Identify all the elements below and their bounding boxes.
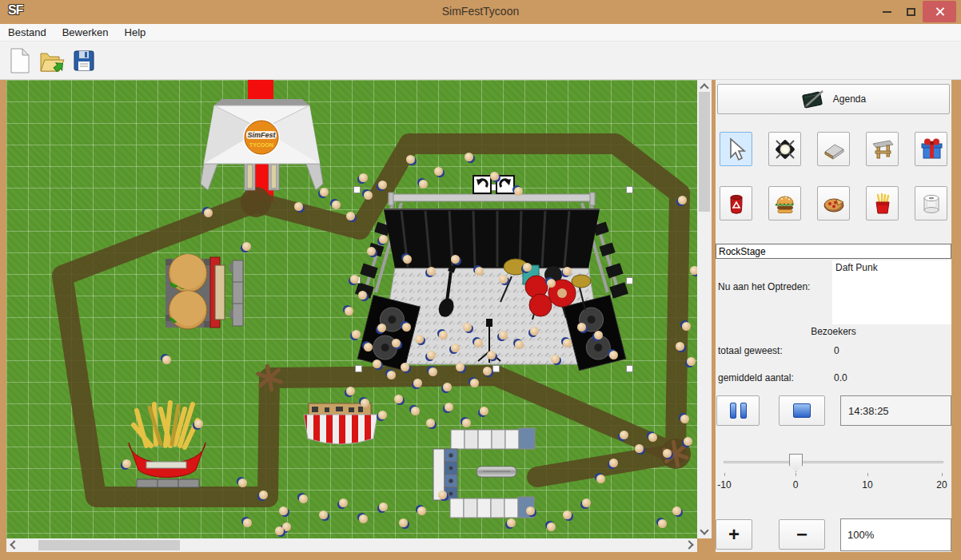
maximize-button[interactable]: [899, 0, 923, 24]
visitor: [392, 339, 401, 348]
horizontal-scroll-thumb[interactable]: [38, 540, 180, 550]
tool-cursor[interactable]: [720, 132, 752, 166]
visitor: [594, 331, 603, 340]
tool-burger[interactable]: [768, 186, 801, 220]
visitor: [609, 351, 618, 359]
visitor: [294, 202, 303, 211]
scroll-left-icon[interactable]: [10, 540, 18, 549]
new-file-button[interactable]: [6, 46, 34, 75]
visitor: [439, 331, 448, 340]
visitor: [339, 498, 348, 507]
visitor: [242, 242, 251, 251]
save-file-button[interactable]: [70, 46, 98, 75]
visitor: [377, 324, 386, 332]
visitor: [162, 355, 171, 364]
tool-stage-frame[interactable]: [866, 132, 899, 166]
visitor: [426, 419, 435, 427]
visitor: [451, 344, 460, 352]
speed-slider-track[interactable]: [724, 461, 943, 463]
title-bar: SF SimFestTycoon: [0, 0, 961, 24]
menu-help[interactable]: Help: [117, 25, 154, 40]
visitor: [680, 415, 689, 423]
visitor: [523, 263, 532, 272]
pause-button[interactable]: [716, 395, 760, 426]
visitor: [507, 518, 516, 527]
visitor: [490, 172, 499, 181]
visitor: [547, 522, 556, 531]
horizontal-scrollbar[interactable]: [6, 538, 697, 552]
zoom-in-button[interactable]: +: [716, 519, 752, 550]
visitor: [451, 255, 460, 264]
minimize-button[interactable]: [875, 0, 899, 24]
visitor: [465, 153, 473, 161]
visitor: [346, 387, 355, 395]
pizza-tool-icon: [822, 192, 846, 216]
visitor: [419, 180, 428, 189]
scroll-right-icon[interactable]: [684, 540, 693, 549]
side-panel: Agenda: [716, 80, 951, 552]
visitor: [379, 235, 388, 244]
zoom-out-button[interactable]: −: [779, 519, 825, 550]
scroll-up-icon[interactable]: [700, 83, 708, 92]
visitor: [387, 371, 396, 379]
toolbar: [0, 42, 961, 80]
visitor: [443, 383, 452, 391]
slider-tick-20: 20: [930, 479, 954, 490]
trashcan-tool-icon: [724, 192, 748, 216]
stop-button[interactable]: [779, 395, 825, 426]
festival-map-canvas[interactable]: SimFest TYCOON: [6, 80, 697, 538]
maximize-icon: [907, 8, 915, 16]
tool-toilet-paper[interactable]: [915, 186, 947, 220]
visitor: [359, 514, 368, 523]
visitor: [122, 459, 131, 468]
agenda-button[interactable]: Agenda: [717, 84, 950, 114]
slider-tick-0: 0: [784, 479, 807, 490]
visitor: [345, 307, 353, 316]
visitor: [427, 351, 436, 359]
visitor: [470, 379, 479, 387]
visitor: [563, 267, 572, 276]
tool-pizza[interactable]: [817, 186, 850, 220]
menu-bewerken[interactable]: Bewerken: [54, 25, 117, 40]
people-layer: [6, 80, 697, 538]
visitor: [620, 431, 628, 439]
visitor: [352, 330, 361, 339]
vertical-scroll-thumb[interactable]: [699, 92, 710, 212]
visitor: [456, 363, 465, 371]
clock-display: 14:38:25: [840, 395, 951, 426]
visitor: [582, 498, 591, 507]
open-file-button[interactable]: [38, 46, 66, 75]
pause-icon: [730, 403, 747, 419]
slider-tick-minus10: -10: [712, 479, 736, 490]
menu-bestand[interactable]: Bestand: [0, 25, 54, 40]
visitor: [243, 518, 252, 527]
clock-value: 14:38:25: [848, 405, 889, 417]
visitor: [279, 506, 288, 515]
visitor: [596, 475, 605, 483]
tool-gift[interactable]: [915, 132, 947, 166]
open-file-icon: [38, 48, 66, 73]
tool-spotlight[interactable]: [768, 132, 801, 166]
vertical-scrollbar[interactable]: [697, 80, 712, 538]
visitor: [378, 411, 387, 419]
visitor: [563, 339, 572, 348]
scroll-down-icon[interactable]: [700, 526, 708, 534]
visitor: [415, 335, 424, 344]
visitor: [463, 323, 472, 332]
stage-name-input[interactable]: [716, 244, 951, 259]
close-button[interactable]: [923, 1, 956, 22]
visitor: [678, 196, 687, 205]
average-visitors-value: 0.0: [834, 372, 847, 383]
menu-bar: Bestand Bewerken Help: [0, 24, 961, 42]
tool-trashcan[interactable]: [720, 186, 752, 220]
visitor: [609, 459, 618, 467]
visitor: [401, 363, 409, 371]
visitor: [438, 490, 447, 499]
speed-slider-thumb[interactable]: [789, 454, 803, 472]
tool-path-tile[interactable]: [817, 132, 850, 166]
tool-fries[interactable]: [866, 186, 899, 220]
average-visitors-label: gemiddeld aantal:: [718, 372, 794, 383]
visitor: [514, 187, 523, 196]
visitor: [259, 490, 268, 499]
visitor: [373, 359, 381, 368]
